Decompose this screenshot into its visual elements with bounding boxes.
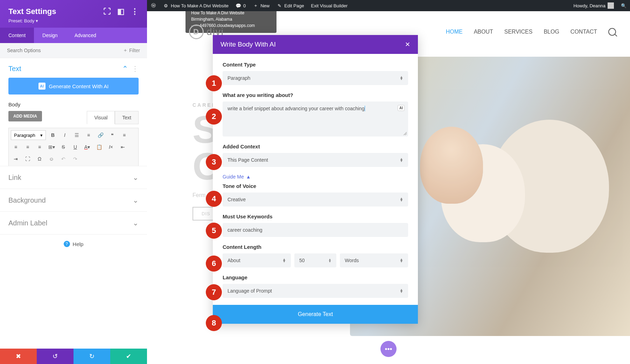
generate-content-button[interactable]: AI Generate Content With AI: [8, 78, 139, 94]
body-label: Body: [8, 102, 139, 107]
indent-icon[interactable]: ⇥: [11, 154, 21, 164]
caret-up-icon: ▲: [246, 174, 251, 180]
chevron-icon: ▲▼: [400, 197, 403, 202]
nav-about[interactable]: ABOUT: [474, 29, 493, 35]
search-input[interactable]: [7, 48, 123, 53]
spinner-icon[interactable]: ▲▼: [328, 258, 331, 262]
format-select[interactable]: Paragraph▾: [11, 130, 46, 140]
sidebar-title: Text Settings: [8, 7, 56, 16]
clear-icon[interactable]: I×: [106, 142, 116, 152]
more-icon[interactable]: ⋮: [131, 7, 139, 16]
resize-handle[interactable]: [403, 132, 407, 135]
editor-toolbar: Paragraph▾ B I ☰ ≡ 🔗 ❝ ≡ ≡ ≡ ≡ ⊞▾ S U A▾…: [8, 128, 139, 166]
outdent-icon[interactable]: ⇤: [118, 142, 128, 152]
section-title: Text: [8, 65, 21, 73]
editor-tab-visual[interactable]: Visual: [87, 111, 115, 124]
tab-design[interactable]: Design: [34, 28, 66, 43]
tone-select[interactable]: Creative▲▼: [223, 192, 408, 206]
length-number-input[interactable]: 50▲▼: [294, 253, 336, 267]
context-select[interactable]: This Page Content▲▼: [223, 153, 408, 167]
wp-search-icon[interactable]: 🔍: [617, 3, 630, 8]
content-type-select[interactable]: Paragraph▲▼: [223, 71, 408, 85]
admin-label-section[interactable]: Admin Label⌄: [0, 211, 147, 234]
editor-tab-text[interactable]: Text: [115, 111, 139, 124]
underline-icon[interactable]: U: [70, 142, 80, 152]
nav-contact[interactable]: CONTACT: [570, 29, 597, 35]
avatar: [608, 2, 614, 9]
about-textarea[interactable]: write a brief snippet about advancing yo…: [223, 102, 408, 136]
wp-admin-bar: ⓦ ⚙How To Make A Divi Website 💬0 ＋New ✎E…: [147, 0, 630, 11]
fullscreen-icon[interactable]: ⛶: [23, 154, 33, 164]
specialchar-icon[interactable]: Ω: [35, 154, 44, 164]
undo-button[interactable]: ↺: [37, 349, 74, 364]
paste-icon[interactable]: 📋: [94, 142, 104, 152]
section-more-icon[interactable]: ⋮: [132, 64, 139, 73]
close-icon[interactable]: ✕: [405, 41, 410, 48]
length-mode-select[interactable]: About▲▼: [223, 253, 291, 267]
annotation-badge-4: 4: [206, 191, 222, 207]
chevron-icon: ▲▼: [400, 76, 403, 80]
annotation-badge-8: 8: [206, 315, 222, 331]
builder-fab[interactable]: •••: [380, 341, 397, 357]
chevron-down-icon: ⌄: [133, 196, 139, 204]
wp-exit-builder[interactable]: Exit Visual Builder: [308, 0, 351, 11]
cancel-button[interactable]: ✖: [0, 349, 37, 364]
focus-icon[interactable]: ⛶: [103, 7, 111, 16]
preset-label[interactable]: Preset: Body ▾: [8, 18, 139, 23]
textcolor-icon[interactable]: A▾: [82, 142, 92, 152]
tab-advanced[interactable]: Advanced: [66, 28, 105, 43]
dock-icon[interactable]: ◧: [117, 7, 125, 16]
chevron-icon: ▲▼: [400, 158, 403, 162]
annotation-badge-6: 6: [206, 255, 222, 272]
tab-content[interactable]: Content: [0, 28, 34, 43]
background-section[interactable]: Background⌄: [0, 189, 147, 211]
wp-edit-page[interactable]: ✎Edit Page: [273, 0, 307, 11]
wp-site-name[interactable]: ⚙How To Make A Divi Website: [160, 0, 232, 11]
keywords-input[interactable]: career coaching: [223, 223, 408, 237]
sidebar-search: ＋Filter: [0, 43, 147, 58]
align-left-icon[interactable]: ≡: [119, 130, 129, 140]
collapse-icon[interactable]: ⌃: [122, 64, 128, 73]
ai-modal: Write Body With AI ✕ Content Type Paragr…: [213, 35, 418, 324]
length-unit-select[interactable]: Words▲▼: [340, 253, 408, 267]
annotation-badge-1: 1: [206, 75, 222, 91]
align-right-icon[interactable]: ≡: [23, 142, 33, 152]
wp-logo[interactable]: ⓦ: [147, 0, 160, 11]
wp-howdy[interactable]: Howdy, Deanna: [570, 2, 617, 9]
filter-button[interactable]: ＋Filter: [123, 47, 140, 54]
guide-me-toggle[interactable]: Guide Me▲: [223, 174, 408, 180]
add-media-button[interactable]: ADD MEDIA: [8, 111, 42, 121]
nav-services[interactable]: SERVICES: [504, 29, 533, 35]
chevron-icon: ▲▼: [400, 258, 403, 262]
label-keywords: Must Use Keywords: [223, 214, 408, 219]
sidebar-footer: ✖ ↺ ↻ ✔: [0, 349, 147, 364]
undo-icon[interactable]: ↶: [58, 154, 68, 164]
italic-icon[interactable]: I: [60, 130, 70, 140]
ol-icon[interactable]: ≡: [84, 130, 93, 140]
ul-icon[interactable]: ☰: [72, 130, 82, 140]
link-icon[interactable]: 🔗: [96, 130, 105, 140]
language-select[interactable]: Language of Prompt▲▼: [223, 284, 408, 298]
align-justify-icon[interactable]: ≡: [35, 142, 44, 152]
nav-home[interactable]: HOME: [446, 29, 463, 35]
search-icon[interactable]: [608, 28, 616, 36]
align-center-icon[interactable]: ≡: [11, 142, 21, 152]
nav-blog[interactable]: BLOG: [544, 29, 559, 35]
save-button[interactable]: ✔: [110, 349, 147, 364]
chevron-icon: ▲▼: [400, 289, 403, 293]
emoji-icon[interactable]: ☺: [47, 154, 56, 164]
redo-icon[interactable]: ↷: [70, 154, 80, 164]
help-link[interactable]: ?Help: [0, 234, 147, 253]
strike-icon[interactable]: S: [58, 142, 68, 152]
redo-button[interactable]: ↻: [74, 349, 110, 364]
wp-new[interactable]: ＋New: [249, 0, 273, 11]
wp-comments[interactable]: 💬0: [232, 0, 249, 11]
generate-text-button[interactable]: Generate Text: [213, 305, 418, 324]
table-icon[interactable]: ⊞▾: [47, 142, 56, 152]
modal-title: Write Body With AI: [220, 41, 276, 48]
primary-nav: HOME ABOUT SERVICES BLOG CONTACT: [446, 28, 616, 36]
ai-icon[interactable]: AI: [398, 105, 405, 111]
link-section[interactable]: Link⌄: [0, 166, 147, 189]
bold-icon[interactable]: B: [48, 130, 58, 140]
quote-icon[interactable]: ❝: [107, 130, 117, 140]
